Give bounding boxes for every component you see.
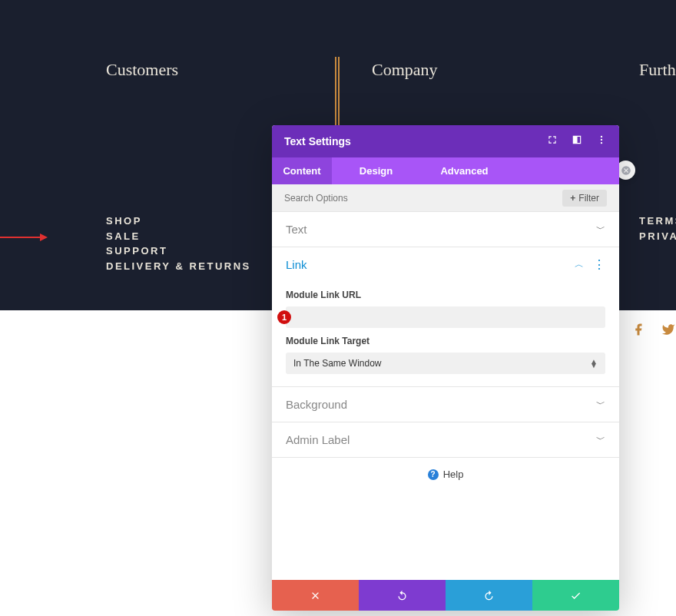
- sidepanel-icon[interactable]: [572, 134, 582, 148]
- footer-link-privacy[interactable]: PRIVAC: [639, 229, 676, 244]
- search-row: + Filter: [272, 184, 619, 212]
- social-icons: [631, 323, 676, 339]
- help-icon: ?: [428, 469, 439, 480]
- section-text: Text ﹀: [272, 212, 619, 247]
- section-text-title: Text: [286, 223, 307, 236]
- section-admin-label-title: Admin Label: [286, 433, 350, 446]
- search-input[interactable]: [284, 193, 562, 204]
- filter-button[interactable]: + Filter: [562, 190, 607, 207]
- redo-button[interactable]: [446, 580, 532, 611]
- dots-icon[interactable]: ⋮: [593, 263, 605, 267]
- text-settings-panel: Text Settings Content Design Advanced + …: [272, 125, 619, 611]
- footer-link-sale[interactable]: SALE: [106, 229, 251, 244]
- footer-link-terms[interactable]: TERMS: [639, 214, 676, 229]
- company-column: Company: [372, 60, 438, 103]
- help-link[interactable]: ? Help: [272, 458, 619, 491]
- save-button[interactable]: [532, 580, 619, 611]
- target-value: In The Same Window: [293, 358, 382, 369]
- chevron-down-icon: ﹀: [596, 223, 605, 236]
- chevron-down-icon: ﹀: [596, 433, 605, 446]
- undo-button[interactable]: [359, 580, 446, 611]
- customers-heading: Customers: [106, 60, 178, 80]
- target-label: Module Link Target: [286, 336, 605, 346]
- section-background: Background ﹀: [272, 387, 619, 422]
- section-link-title: Link: [286, 258, 307, 271]
- section-link-body: Module Link URL 1 Module Link Target In …: [272, 290, 619, 386]
- footer-link-shop[interactable]: SHOP: [106, 214, 251, 229]
- section-text-header[interactable]: Text ﹀: [272, 212, 619, 247]
- panel-title: Text Settings: [284, 135, 351, 147]
- section-link-header[interactable]: Link ︿ ⋮: [272, 247, 619, 282]
- annotation-arrow: [0, 237, 46, 238]
- section-admin-label-header[interactable]: Admin Label ﹀: [272, 422, 619, 457]
- filter-label: Filter: [578, 193, 599, 204]
- facebook-icon[interactable]: [631, 323, 645, 339]
- section-link: Link ︿ ⋮ Module Link URL 1 Module Link T…: [272, 247, 619, 387]
- footer-link-support[interactable]: SUPPORT: [106, 243, 251, 259]
- further-column: Furth: [639, 60, 676, 103]
- tab-content[interactable]: Content: [272, 157, 332, 184]
- further-links: TERMS PRIVAC: [639, 214, 676, 243]
- company-heading: Company: [372, 60, 438, 80]
- section-background-title: Background: [286, 398, 347, 411]
- chevron-up-icon: ︿: [575, 258, 584, 271]
- cancel-button[interactable]: [272, 580, 359, 611]
- module-link-url-input[interactable]: [286, 306, 605, 328]
- expand-icon[interactable]: [547, 134, 558, 148]
- url-label: Module Link URL: [286, 290, 605, 300]
- tabs-row: Content Design Advanced: [272, 157, 619, 184]
- tab-design[interactable]: Design: [332, 157, 420, 184]
- more-icon[interactable]: [596, 134, 607, 148]
- customers-column: Customers: [106, 60, 178, 103]
- twitter-icon[interactable]: [661, 323, 676, 339]
- section-background-header[interactable]: Background ﹀: [272, 387, 619, 422]
- svg-point-2: [601, 142, 602, 144]
- annotation-badge: 1: [277, 310, 291, 324]
- section-admin-label: Admin Label ﹀: [272, 422, 619, 458]
- chevron-down-icon: ﹀: [596, 398, 605, 411]
- customers-links: SHOP SALE SUPPORT DELIVERY & RETURNS: [106, 214, 251, 273]
- svg-point-0: [601, 136, 602, 137]
- further-heading: Furth: [639, 60, 676, 80]
- help-label: Help: [443, 469, 464, 480]
- footer-link-delivery[interactable]: DELIVERY & RETURNS: [106, 259, 251, 274]
- select-arrows-icon: ▲▼: [590, 359, 598, 367]
- svg-point-1: [601, 139, 602, 141]
- tab-advanced[interactable]: Advanced: [420, 157, 509, 184]
- panel-header[interactable]: Text Settings: [272, 125, 619, 157]
- module-link-target-select[interactable]: In The Same Window ▲▼: [286, 353, 605, 374]
- panel-footer: [272, 580, 619, 611]
